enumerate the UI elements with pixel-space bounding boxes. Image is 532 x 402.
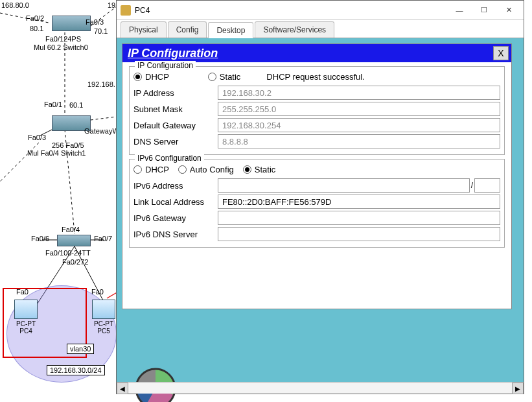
pc-caption: PC5 bbox=[92, 327, 115, 335]
horizontal-scrollbar[interactable]: ◀ ▶ bbox=[117, 382, 524, 394]
tabbar: Physical Config Desktop Software/Service… bbox=[117, 20, 524, 38]
label-subnet-mask: Subnet Mask bbox=[133, 104, 218, 114]
input-ipv6-dns[interactable] bbox=[218, 227, 500, 241]
input-ipv6-prefix[interactable] bbox=[474, 178, 500, 193]
radio-ipv6-auto-label: Auto Config bbox=[190, 165, 234, 174]
input-default-gateway[interactable] bbox=[218, 118, 500, 132]
pc-icon[interactable]: PC-PT PC4 bbox=[14, 300, 38, 335]
scroll-right-button[interactable]: ▶ bbox=[512, 383, 524, 394]
tab-software-services[interactable]: Software/Services bbox=[255, 21, 334, 38]
port-label: 256 Fa0/5 bbox=[52, 141, 84, 149]
radio-dhcp-label: DHCP bbox=[145, 72, 169, 82]
port-label: Fa0/3 bbox=[86, 18, 104, 26]
label-dns-server: DNS Server bbox=[133, 137, 218, 147]
port-label: 60.1 bbox=[69, 101, 83, 109]
input-link-local[interactable] bbox=[218, 195, 500, 209]
radio-static-label: Static bbox=[220, 72, 241, 82]
radio-ipv6-dhcp[interactable]: DHCP bbox=[133, 165, 169, 174]
svg-line-5 bbox=[0, 143, 39, 182]
tab-config[interactable]: Config bbox=[168, 21, 207, 38]
ipv6-slash: / bbox=[470, 181, 474, 190]
ipv4-fieldset: IP Configuration DHCP Static DHCP reques… bbox=[129, 66, 505, 155]
pc-icon[interactable]: PC-PT PC5 bbox=[92, 300, 115, 335]
radio-dhcp[interactable]: DHCP bbox=[133, 72, 169, 82]
ipcfg-titlebar[interactable]: IP Configuration X bbox=[122, 44, 511, 62]
radio-ipv6-auto[interactable]: Auto Config bbox=[178, 165, 234, 174]
label-ipv6-gateway: IPv6 Gateway bbox=[133, 213, 218, 223]
label-default-gateway: Default Gateway bbox=[133, 121, 218, 130]
app-icon bbox=[121, 5, 131, 16]
titlebar[interactable]: PC4 — ☐ ✕ bbox=[117, 1, 524, 20]
vlan-label: vlan30 bbox=[67, 344, 94, 354]
device-label: Fa0/272 bbox=[62, 258, 88, 266]
radio-ipv6-static[interactable]: Static bbox=[243, 165, 276, 174]
port-label: Fa0/6 bbox=[31, 235, 49, 242]
label-ipv6-address: IPv6 Address bbox=[133, 181, 218, 191]
maximize-button[interactable]: ☐ bbox=[472, 3, 496, 18]
port-label: Fa0/3 bbox=[28, 134, 46, 141]
ipcfg-title: IP Configuration bbox=[128, 47, 218, 60]
port-label: Fa0/1 bbox=[44, 100, 62, 108]
ipv4-legend: IP Configuration bbox=[135, 61, 196, 70]
port-label: Fa0 bbox=[91, 288, 104, 296]
device-label: GatewayW bbox=[84, 127, 119, 135]
subnet-label: 192.168.30.0/24 bbox=[47, 365, 105, 375]
close-button[interactable]: ✕ bbox=[496, 3, 521, 18]
ip-configuration-panel: IP Configuration X IP Configuration DHCP… bbox=[122, 43, 512, 309]
port-label: Fa0/4 bbox=[62, 226, 80, 233]
tab-physical[interactable]: Physical bbox=[121, 21, 167, 38]
scroll-left-button[interactable]: ◀ bbox=[117, 383, 128, 394]
input-ip-address[interactable] bbox=[218, 86, 500, 100]
device-label: Mul Fa0/4 Switch1 bbox=[27, 149, 86, 157]
pc4-window: PC4 — ☐ ✕ Physical Config Desktop Softwa… bbox=[116, 0, 524, 394]
ipcfg-close-button[interactable]: X bbox=[493, 46, 509, 60]
subnet-label: 192.168. bbox=[87, 80, 115, 88]
pc-caption: PC-PT bbox=[92, 320, 115, 327]
window-title: PC4 bbox=[135, 6, 150, 15]
switch-icon[interactable] bbox=[57, 235, 91, 246]
radio-static[interactable]: Static bbox=[208, 72, 241, 82]
label-ipv6-dns: IPv6 DNS Server bbox=[133, 230, 218, 239]
device-label: Fa0/124PS bbox=[45, 35, 81, 43]
switch-icon[interactable] bbox=[52, 16, 91, 31]
radio-ipv6-dhcp-label: DHCP bbox=[145, 165, 169, 174]
ipv6-fieldset: IPv6 Configuration DHCP Auto Config Stat… bbox=[129, 159, 505, 248]
tab-desktop[interactable]: Desktop bbox=[208, 22, 253, 38]
scroll-track[interactable] bbox=[128, 383, 512, 394]
port-label: Fa0 bbox=[16, 288, 29, 296]
port-label: Fa0/7 bbox=[94, 235, 112, 242]
label-ip-address: IP Address bbox=[133, 88, 218, 98]
input-dns-server[interactable] bbox=[218, 134, 500, 148]
minimize-button[interactable]: — bbox=[447, 3, 472, 18]
input-ipv6-address[interactable] bbox=[218, 178, 470, 193]
port-label: Fa0/2 bbox=[26, 14, 44, 22]
pc-caption: PC4 bbox=[14, 327, 38, 335]
ipv6-legend: IPv6 Configuration bbox=[135, 154, 204, 163]
device-label: Fa0/100-24TT bbox=[45, 249, 91, 257]
label-link-local: Link Local Address bbox=[133, 197, 218, 207]
input-subnet-mask[interactable] bbox=[218, 102, 500, 116]
device-label: Mul 60.2 Switch0 bbox=[34, 43, 88, 51]
subnet-label: 168.80.0 bbox=[1, 1, 29, 9]
radio-ipv6-static-label: Static bbox=[255, 165, 276, 174]
dhcp-status: DHCP request successful. bbox=[266, 72, 365, 82]
input-ipv6-gateway[interactable] bbox=[218, 211, 500, 225]
port-label: 70.1 bbox=[94, 27, 108, 35]
pc-caption: PC-PT bbox=[14, 320, 38, 327]
desktop-area: IP Configuration X IP Configuration DHCP… bbox=[117, 38, 524, 394]
port-label: 80.1 bbox=[30, 25, 43, 32]
